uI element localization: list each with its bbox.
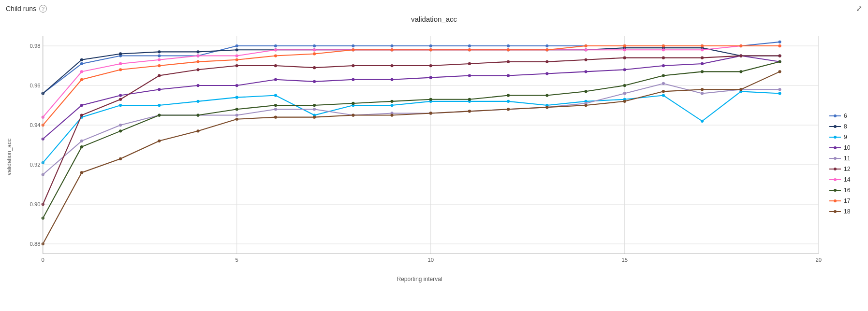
svg-point-139 [701,57,704,59]
svg-point-130 [352,64,354,67]
legend-label: 18 [844,208,850,215]
svg-point-31 [390,44,393,47]
svg-point-170 [352,102,354,105]
svg-point-187 [235,58,238,61]
legend-label: 14 [844,176,850,183]
svg-point-201 [778,44,781,47]
svg-point-92 [429,76,432,79]
svg-point-191 [390,48,393,51]
svg-point-157 [623,48,626,51]
svg-point-93 [468,74,471,77]
svg-point-78 [662,94,665,97]
svg-point-81 [778,92,781,95]
svg-point-204 [119,157,122,160]
legend-item: 14 [829,176,862,183]
svg-point-145 [158,58,161,61]
svg-point-103 [80,140,83,142]
svg-point-64 [119,104,122,107]
legend-item: 6 [829,113,862,119]
svg-point-27 [235,44,238,47]
svg-point-121 [778,88,781,91]
legend-label: 16 [844,187,850,194]
svg-point-128 [274,64,277,67]
svg-point-108 [274,108,277,111]
svg-point-205 [158,140,161,142]
legend-item: 10 [829,144,862,151]
svg-point-43 [80,58,83,61]
svg-point-136 [584,58,587,61]
legend-label: 11 [844,155,850,162]
svg-point-165 [158,113,161,116]
svg-point-212 [429,112,432,114]
svg-text:15: 15 [621,257,628,263]
svg-point-177 [623,84,626,87]
svg-point-213 [468,110,471,113]
svg-point-198 [662,44,665,47]
svg-point-158 [662,48,665,51]
svg-point-237 [834,178,837,181]
svg-point-66 [196,100,199,103]
svg-point-83 [80,104,83,107]
legend-item: 18 [829,208,862,215]
svg-point-46 [196,50,199,53]
svg-point-156 [584,48,587,51]
svg-point-173 [468,98,471,101]
legend-item: 16 [829,187,862,194]
chart-inner: validation_acc 0.880.900.920.940.960.980… [6,28,862,285]
svg-point-217 [623,100,626,103]
svg-point-30 [352,44,354,47]
svg-point-88 [274,78,277,81]
svg-point-97 [623,68,626,71]
expand-icon[interactable]: ⤢ [856,4,862,13]
svg-point-183 [80,78,83,81]
svg-point-166 [196,113,199,116]
svg-point-104 [119,124,122,127]
svg-point-181 [778,60,781,63]
chart-legend: 6 8 9 10 11 12 [824,42,862,285]
svg-point-227 [834,125,837,128]
svg-point-29 [313,44,316,47]
help-icon[interactable]: ? [39,5,47,13]
svg-text:0.96: 0.96 [30,83,41,88]
legend-item: 12 [829,166,862,172]
svg-point-135 [545,60,548,63]
svg-point-206 [196,129,199,132]
svg-point-172 [429,98,432,101]
x-axis-label: Reporting interval [15,274,824,285]
svg-point-195 [545,48,548,51]
svg-point-65 [158,104,161,107]
svg-text:0.88: 0.88 [30,241,41,247]
legend-label: 6 [844,113,847,119]
svg-point-131 [390,64,393,67]
svg-point-239 [834,189,837,192]
svg-point-138 [662,57,665,59]
svg-point-209 [313,116,316,119]
svg-text:0.92: 0.92 [30,162,41,168]
svg-point-218 [662,90,665,93]
svg-point-180 [739,70,742,73]
child-runs-title: Child runs [6,5,36,13]
svg-point-215 [545,106,548,109]
svg-point-144 [119,62,122,65]
svg-point-23 [80,62,83,65]
svg-point-107 [235,113,238,116]
svg-point-196 [584,44,587,47]
svg-point-109 [313,108,316,111]
svg-point-163 [80,145,83,148]
svg-point-189 [313,52,316,55]
legend-label: 17 [844,198,850,204]
svg-point-117 [623,92,626,95]
svg-point-241 [834,199,837,202]
svg-point-211 [390,113,393,116]
svg-point-126 [196,68,199,71]
svg-point-203 [80,171,83,174]
svg-point-86 [196,84,199,87]
legend-item: 11 [829,155,862,162]
header: Child runs ? ⤢ [6,4,862,13]
svg-point-94 [507,74,510,77]
svg-point-119 [701,92,704,95]
svg-point-124 [119,98,122,101]
legend-label: 12 [844,166,850,172]
svg-point-25 [158,54,161,57]
svg-point-190 [352,48,354,51]
